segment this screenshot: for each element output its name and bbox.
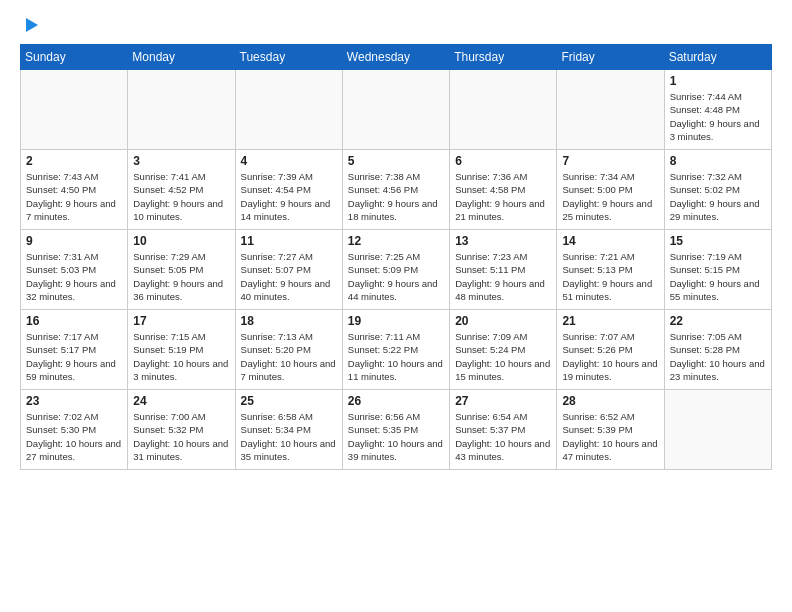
- calendar-cell: [450, 70, 557, 150]
- calendar-header-sunday: Sunday: [21, 45, 128, 70]
- page: SundayMondayTuesdayWednesdayThursdayFrid…: [0, 0, 792, 480]
- calendar-cell: [21, 70, 128, 150]
- calendar-cell: 14Sunrise: 7:21 AM Sunset: 5:13 PM Dayli…: [557, 230, 664, 310]
- calendar-cell: [664, 390, 771, 470]
- calendar-cell: [128, 70, 235, 150]
- calendar-cell: 11Sunrise: 7:27 AM Sunset: 5:07 PM Dayli…: [235, 230, 342, 310]
- day-number: 16: [26, 314, 122, 328]
- day-info: Sunrise: 6:54 AM Sunset: 5:37 PM Dayligh…: [455, 410, 551, 463]
- calendar-cell: 15Sunrise: 7:19 AM Sunset: 5:15 PM Dayli…: [664, 230, 771, 310]
- day-number: 20: [455, 314, 551, 328]
- calendar-cell: 26Sunrise: 6:56 AM Sunset: 5:35 PM Dayli…: [342, 390, 449, 470]
- day-number: 8: [670, 154, 766, 168]
- day-info: Sunrise: 7:39 AM Sunset: 4:54 PM Dayligh…: [241, 170, 337, 223]
- day-number: 3: [133, 154, 229, 168]
- calendar-cell: 6Sunrise: 7:36 AM Sunset: 4:58 PM Daylig…: [450, 150, 557, 230]
- calendar-header-friday: Friday: [557, 45, 664, 70]
- day-number: 14: [562, 234, 658, 248]
- calendar-cell: 4Sunrise: 7:39 AM Sunset: 4:54 PM Daylig…: [235, 150, 342, 230]
- calendar-header-saturday: Saturday: [664, 45, 771, 70]
- day-info: Sunrise: 7:25 AM Sunset: 5:09 PM Dayligh…: [348, 250, 444, 303]
- calendar-header-monday: Monday: [128, 45, 235, 70]
- calendar-cell: 23Sunrise: 7:02 AM Sunset: 5:30 PM Dayli…: [21, 390, 128, 470]
- day-info: Sunrise: 7:36 AM Sunset: 4:58 PM Dayligh…: [455, 170, 551, 223]
- day-number: 24: [133, 394, 229, 408]
- calendar-week-row: 23Sunrise: 7:02 AM Sunset: 5:30 PM Dayli…: [21, 390, 772, 470]
- calendar-cell: [235, 70, 342, 150]
- day-info: Sunrise: 7:38 AM Sunset: 4:56 PM Dayligh…: [348, 170, 444, 223]
- calendar-cell: 1Sunrise: 7:44 AM Sunset: 4:48 PM Daylig…: [664, 70, 771, 150]
- day-number: 6: [455, 154, 551, 168]
- calendar-cell: 2Sunrise: 7:43 AM Sunset: 4:50 PM Daylig…: [21, 150, 128, 230]
- calendar-week-row: 2Sunrise: 7:43 AM Sunset: 4:50 PM Daylig…: [21, 150, 772, 230]
- day-number: 4: [241, 154, 337, 168]
- day-info: Sunrise: 7:31 AM Sunset: 5:03 PM Dayligh…: [26, 250, 122, 303]
- day-info: Sunrise: 7:07 AM Sunset: 5:26 PM Dayligh…: [562, 330, 658, 383]
- calendar-cell: 12Sunrise: 7:25 AM Sunset: 5:09 PM Dayli…: [342, 230, 449, 310]
- day-number: 9: [26, 234, 122, 248]
- day-info: Sunrise: 7:09 AM Sunset: 5:24 PM Dayligh…: [455, 330, 551, 383]
- day-info: Sunrise: 7:13 AM Sunset: 5:20 PM Dayligh…: [241, 330, 337, 383]
- day-number: 12: [348, 234, 444, 248]
- calendar-header-thursday: Thursday: [450, 45, 557, 70]
- day-number: 10: [133, 234, 229, 248]
- calendar-cell: 8Sunrise: 7:32 AM Sunset: 5:02 PM Daylig…: [664, 150, 771, 230]
- calendar-cell: 10Sunrise: 7:29 AM Sunset: 5:05 PM Dayli…: [128, 230, 235, 310]
- day-number: 23: [26, 394, 122, 408]
- day-number: 15: [670, 234, 766, 248]
- day-number: 18: [241, 314, 337, 328]
- day-number: 21: [562, 314, 658, 328]
- day-info: Sunrise: 7:15 AM Sunset: 5:19 PM Dayligh…: [133, 330, 229, 383]
- calendar-cell: 21Sunrise: 7:07 AM Sunset: 5:26 PM Dayli…: [557, 310, 664, 390]
- day-number: 19: [348, 314, 444, 328]
- day-number: 7: [562, 154, 658, 168]
- day-info: Sunrise: 7:41 AM Sunset: 4:52 PM Dayligh…: [133, 170, 229, 223]
- day-number: 2: [26, 154, 122, 168]
- calendar-week-row: 9Sunrise: 7:31 AM Sunset: 5:03 PM Daylig…: [21, 230, 772, 310]
- calendar-week-row: 1Sunrise: 7:44 AM Sunset: 4:48 PM Daylig…: [21, 70, 772, 150]
- calendar-cell: 17Sunrise: 7:15 AM Sunset: 5:19 PM Dayli…: [128, 310, 235, 390]
- day-number: 22: [670, 314, 766, 328]
- calendar-cell: 22Sunrise: 7:05 AM Sunset: 5:28 PM Dayli…: [664, 310, 771, 390]
- calendar-cell: 7Sunrise: 7:34 AM Sunset: 5:00 PM Daylig…: [557, 150, 664, 230]
- day-number: 13: [455, 234, 551, 248]
- calendar-cell: 13Sunrise: 7:23 AM Sunset: 5:11 PM Dayli…: [450, 230, 557, 310]
- calendar-week-row: 16Sunrise: 7:17 AM Sunset: 5:17 PM Dayli…: [21, 310, 772, 390]
- day-info: Sunrise: 7:02 AM Sunset: 5:30 PM Dayligh…: [26, 410, 122, 463]
- day-info: Sunrise: 7:23 AM Sunset: 5:11 PM Dayligh…: [455, 250, 551, 303]
- calendar-cell: 3Sunrise: 7:41 AM Sunset: 4:52 PM Daylig…: [128, 150, 235, 230]
- calendar-cell: 24Sunrise: 7:00 AM Sunset: 5:32 PM Dayli…: [128, 390, 235, 470]
- day-info: Sunrise: 7:11 AM Sunset: 5:22 PM Dayligh…: [348, 330, 444, 383]
- day-info: Sunrise: 7:21 AM Sunset: 5:13 PM Dayligh…: [562, 250, 658, 303]
- logo-arrow-icon: [22, 16, 40, 34]
- day-info: Sunrise: 6:52 AM Sunset: 5:39 PM Dayligh…: [562, 410, 658, 463]
- calendar-cell: 16Sunrise: 7:17 AM Sunset: 5:17 PM Dayli…: [21, 310, 128, 390]
- calendar: SundayMondayTuesdayWednesdayThursdayFrid…: [20, 44, 772, 470]
- calendar-cell: [557, 70, 664, 150]
- day-info: Sunrise: 7:00 AM Sunset: 5:32 PM Dayligh…: [133, 410, 229, 463]
- logo: [20, 16, 40, 34]
- day-info: Sunrise: 7:29 AM Sunset: 5:05 PM Dayligh…: [133, 250, 229, 303]
- day-info: Sunrise: 7:34 AM Sunset: 5:00 PM Dayligh…: [562, 170, 658, 223]
- calendar-header-tuesday: Tuesday: [235, 45, 342, 70]
- calendar-cell: 19Sunrise: 7:11 AM Sunset: 5:22 PM Dayli…: [342, 310, 449, 390]
- calendar-cell: 20Sunrise: 7:09 AM Sunset: 5:24 PM Dayli…: [450, 310, 557, 390]
- day-info: Sunrise: 6:56 AM Sunset: 5:35 PM Dayligh…: [348, 410, 444, 463]
- day-number: 27: [455, 394, 551, 408]
- day-number: 11: [241, 234, 337, 248]
- day-info: Sunrise: 7:27 AM Sunset: 5:07 PM Dayligh…: [241, 250, 337, 303]
- day-number: 5: [348, 154, 444, 168]
- day-info: Sunrise: 6:58 AM Sunset: 5:34 PM Dayligh…: [241, 410, 337, 463]
- calendar-header-wednesday: Wednesday: [342, 45, 449, 70]
- day-info: Sunrise: 7:43 AM Sunset: 4:50 PM Dayligh…: [26, 170, 122, 223]
- day-info: Sunrise: 7:05 AM Sunset: 5:28 PM Dayligh…: [670, 330, 766, 383]
- calendar-header-row: SundayMondayTuesdayWednesdayThursdayFrid…: [21, 45, 772, 70]
- calendar-cell: 27Sunrise: 6:54 AM Sunset: 5:37 PM Dayli…: [450, 390, 557, 470]
- day-number: 17: [133, 314, 229, 328]
- calendar-cell: 25Sunrise: 6:58 AM Sunset: 5:34 PM Dayli…: [235, 390, 342, 470]
- calendar-cell: 18Sunrise: 7:13 AM Sunset: 5:20 PM Dayli…: [235, 310, 342, 390]
- header: [20, 16, 772, 34]
- day-info: Sunrise: 7:19 AM Sunset: 5:15 PM Dayligh…: [670, 250, 766, 303]
- calendar-cell: 28Sunrise: 6:52 AM Sunset: 5:39 PM Dayli…: [557, 390, 664, 470]
- day-number: 28: [562, 394, 658, 408]
